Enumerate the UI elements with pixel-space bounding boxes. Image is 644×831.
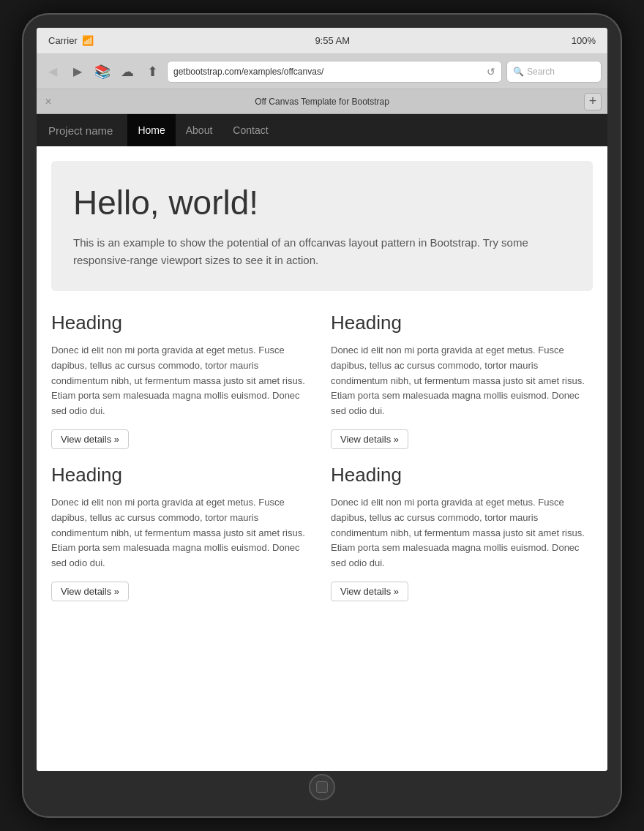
status-bar: Carrier 📶 9:55 AM 100% [37, 28, 607, 54]
page-content: Hello, world! This is an example to show… [37, 146, 607, 771]
carrier-label: Carrier [48, 35, 78, 46]
nav-contact-label: Contact [233, 124, 268, 136]
content-grid: Heading Donec id elit non mi porta gravi… [51, 312, 593, 601]
home-button-inner [316, 781, 328, 793]
bookmarks-icon: 📚 [94, 64, 111, 80]
status-time: 9:55 AM [315, 35, 350, 46]
jumbotron-text: This is an example to show the potential… [73, 234, 571, 269]
search-placeholder: Search [527, 67, 555, 77]
share-button[interactable]: ⬆ [142, 61, 162, 82]
brand-name[interactable]: Project name [48, 124, 113, 137]
search-bar[interactable]: 🔍 Search [506, 61, 602, 83]
grid-text-3: Donec id elit non mi porta gravida at eg… [331, 495, 593, 571]
view-details-button-3[interactable]: View details » [331, 582, 408, 601]
nav-home-label: Home [138, 124, 165, 136]
tab-close-button[interactable]: ✕ [42, 96, 54, 108]
grid-text-0: Donec id elit non mi porta gravida at eg… [51, 343, 313, 419]
browser-toolbar: ◀ ▶ 📚 ☁ ⬆ getbootstrap.com/examples/offc… [37, 54, 607, 89]
jumbotron-title: Hello, world! [73, 183, 571, 222]
grid-heading-2: Heading [51, 464, 313, 486]
new-tab-button[interactable]: + [584, 93, 602, 110]
ipad-screen: Carrier 📶 9:55 AM 100% ◀ ▶ 📚 ☁ ⬆ [37, 28, 607, 771]
view-details-button-1[interactable]: View details » [331, 429, 408, 449]
url-text: getbootstrap.com/examples/offcanvas/ [173, 67, 487, 77]
status-left: Carrier 📶 [48, 35, 94, 46]
grid-item-3: Heading Donec id elit non mi porta gravi… [331, 464, 593, 601]
battery-label: 100% [572, 35, 596, 46]
grid-item-2: Heading Donec id elit non mi porta gravi… [51, 464, 313, 601]
view-details-button-0[interactable]: View details » [51, 429, 129, 449]
ipad-frame: Carrier 📶 9:55 AM 100% ◀ ▶ 📚 ☁ ⬆ [22, 13, 622, 818]
forward-button[interactable]: ▶ [67, 61, 88, 82]
nav-item-home[interactable]: Home [127, 114, 175, 146]
bootstrap-navbar: Project name Home About Contact [37, 114, 607, 146]
home-button-area [309, 771, 335, 803]
home-button[interactable] [309, 774, 335, 800]
refresh-button[interactable]: ↺ [487, 66, 495, 78]
tab-bar: ✕ Off Canvas Template for Bootstrap + [37, 89, 607, 114]
url-bar[interactable]: getbootstrap.com/examples/offcanvas/ ↺ [167, 61, 502, 83]
nav-item-contact[interactable]: Contact [222, 114, 278, 146]
grid-item-0: Heading Donec id elit non mi porta gravi… [51, 312, 313, 449]
nav-about-label: About [186, 124, 213, 136]
back-icon: ◀ [48, 64, 57, 78]
cloud-icon: ☁ [121, 64, 134, 80]
grid-heading-0: Heading [51, 312, 313, 334]
search-icon: 🔍 [513, 67, 524, 77]
back-button[interactable]: ◀ [42, 61, 63, 82]
share-icon: ⬆ [147, 64, 158, 80]
tab-title: Off Canvas Template for Bootstrap [60, 97, 584, 107]
nav-item-about[interactable]: About [176, 114, 223, 146]
wifi-icon: 📶 [82, 35, 94, 46]
bookmarks-button[interactable]: 📚 [92, 61, 113, 82]
jumbotron: Hello, world! This is an example to show… [51, 161, 593, 291]
forward-icon: ▶ [73, 64, 82, 78]
grid-item-1: Heading Donec id elit non mi porta gravi… [331, 312, 593, 449]
view-details-button-2[interactable]: View details » [51, 582, 129, 601]
icloud-button[interactable]: ☁ [117, 61, 138, 82]
grid-heading-1: Heading [331, 312, 593, 334]
grid-text-2: Donec id elit non mi porta gravida at eg… [51, 495, 313, 571]
grid-text-1: Donec id elit non mi porta gravida at eg… [331, 343, 593, 419]
grid-heading-3: Heading [331, 464, 593, 486]
